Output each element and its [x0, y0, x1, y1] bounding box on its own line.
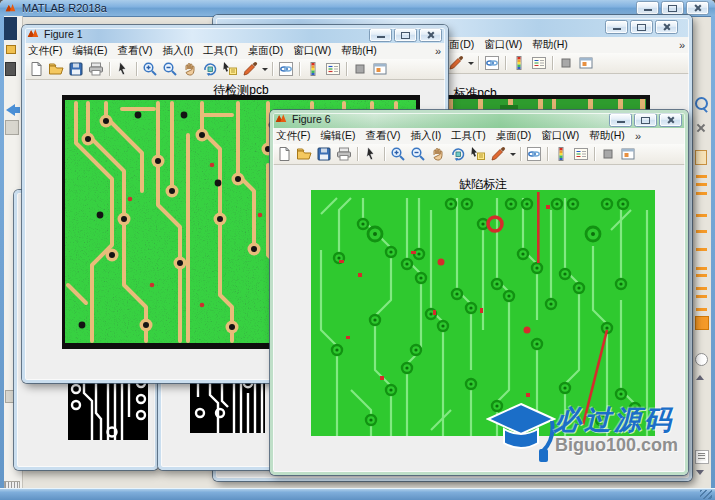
zoom-out-icon[interactable] [408, 145, 428, 163]
window-controls [605, 20, 678, 34]
caret-icon[interactable] [260, 60, 269, 78]
save-icon[interactable] [314, 145, 334, 163]
warning-marker[interactable] [696, 267, 707, 270]
warning-marker[interactable] [696, 214, 707, 217]
brush-icon[interactable] [446, 54, 466, 72]
new-icon[interactable] [274, 145, 294, 163]
colorbar-icon[interactable] [509, 54, 529, 72]
warning-marker[interactable] [696, 248, 707, 251]
dock-min-icon[interactable] [556, 54, 576, 72]
maximize-button[interactable] [661, 1, 684, 15]
caret-icon[interactable] [508, 145, 517, 163]
menu-item-3[interactable]: 插入(I) [157, 44, 198, 58]
warning-marker[interactable] [696, 192, 707, 195]
titlebar[interactable]: Figure 6 [270, 110, 688, 128]
titlebar[interactable]: Figure 1 [22, 25, 448, 43]
dock-win-icon[interactable] [370, 60, 390, 78]
minimize-button[interactable] [369, 28, 392, 42]
message-indicator-icon[interactable] [695, 353, 708, 366]
print-icon[interactable] [86, 60, 106, 78]
menu-item-6[interactable]: 窗口(W) [536, 129, 584, 143]
maximize-button[interactable] [630, 20, 653, 34]
pan-icon[interactable] [180, 60, 200, 78]
tool-icon[interactable] [5, 62, 16, 76]
menu-item-7[interactable]: 帮助(H) [336, 44, 382, 58]
menu-overflow-chevron[interactable]: » [435, 45, 447, 57]
close-button[interactable] [686, 1, 709, 15]
menu-item-7[interactable]: 帮助(H) [527, 38, 573, 52]
maximize-button[interactable] [394, 28, 417, 42]
open-icon[interactable] [294, 145, 314, 163]
new-icon[interactable] [26, 60, 46, 78]
scroll-up-icon[interactable] [696, 375, 704, 380]
menu-item-1[interactable]: 编辑(E) [315, 129, 360, 143]
open-icon[interactable] [46, 60, 66, 78]
scroll-down-icon[interactable] [696, 470, 704, 475]
menu-item-6[interactable]: 窗口(W) [479, 38, 527, 52]
legend-icon[interactable] [571, 145, 591, 163]
brush-icon[interactable] [488, 145, 508, 163]
dock-win-icon[interactable] [576, 54, 596, 72]
warning-marker[interactable] [696, 175, 707, 178]
warning-block-marker[interactable] [695, 316, 709, 330]
dock-win-icon[interactable] [618, 145, 638, 163]
maximize-button[interactable] [634, 113, 657, 127]
menu-item-2[interactable]: 查看(V) [112, 44, 157, 58]
link-icon[interactable] [276, 60, 296, 78]
resize-grip-icon[interactable] [700, 490, 712, 499]
zoom-in-icon[interactable] [388, 145, 408, 163]
datacursor-icon[interactable] [468, 145, 488, 163]
menu-overflow-chevron[interactable]: » [635, 130, 647, 142]
menu-item-3[interactable]: 插入(I) [405, 129, 446, 143]
minimize-button[interactable] [605, 20, 628, 34]
menu-item-7[interactable]: 帮助(H) [584, 129, 630, 143]
zoom-out-icon[interactable] [160, 60, 180, 78]
menu-item-2[interactable]: 查看(V) [360, 129, 405, 143]
warning-marker[interactable] [696, 230, 707, 233]
menu-overflow-chevron[interactable]: » [679, 39, 691, 51]
legend-icon[interactable] [323, 60, 343, 78]
rotate-icon[interactable] [448, 145, 468, 163]
dock-min-icon[interactable] [350, 60, 370, 78]
brush-icon[interactable] [240, 60, 260, 78]
warning-marker[interactable] [696, 274, 707, 277]
warning-marker[interactable] [696, 295, 707, 298]
legend-icon[interactable] [529, 54, 549, 72]
zoom-in-icon[interactable] [140, 60, 160, 78]
caret-icon[interactable] [466, 54, 475, 72]
close-icon[interactable] [696, 123, 705, 132]
colorbar-icon[interactable] [551, 145, 571, 163]
close-button[interactable] [659, 113, 682, 127]
search-icon[interactable] [695, 97, 708, 110]
menu-item-6[interactable]: 窗口(W) [288, 44, 336, 58]
arrow-icon[interactable] [113, 60, 133, 78]
panel-icon[interactable] [5, 120, 19, 135]
menu-item-4[interactable]: 工具(T) [198, 44, 242, 58]
warning-marker[interactable] [696, 287, 707, 290]
minimize-button[interactable] [636, 1, 659, 15]
save-icon[interactable] [66, 60, 86, 78]
datacursor-icon[interactable] [220, 60, 240, 78]
colorbar-icon[interactable] [303, 60, 323, 78]
menu-item-5[interactable]: 桌面(D) [243, 44, 289, 58]
minimize-button[interactable] [609, 113, 632, 127]
folder-icon[interactable] [6, 45, 16, 54]
menu-item-5[interactable]: 桌面(D) [491, 129, 537, 143]
warning-marker[interactable] [696, 183, 707, 186]
link-icon[interactable] [524, 145, 544, 163]
menu-item-0[interactable]: 文件(F) [23, 44, 67, 58]
menu-item-1[interactable]: 编辑(E) [67, 44, 112, 58]
menu-item-4[interactable]: 工具(T) [446, 129, 490, 143]
rotate-icon[interactable] [200, 60, 220, 78]
close-button[interactable] [655, 20, 678, 34]
arrow-icon[interactable] [361, 145, 381, 163]
close-button[interactable] [419, 28, 442, 42]
collapse-panel-arrow-icon[interactable] [6, 104, 15, 116]
dock-min-icon[interactable] [598, 145, 618, 163]
menu-item-0[interactable]: 文件(F) [271, 129, 315, 143]
document-icon[interactable] [695, 150, 707, 165]
print-icon[interactable] [334, 145, 354, 163]
pan-icon[interactable] [428, 145, 448, 163]
link-icon[interactable] [482, 54, 502, 72]
warning-marker[interactable] [696, 308, 707, 311]
